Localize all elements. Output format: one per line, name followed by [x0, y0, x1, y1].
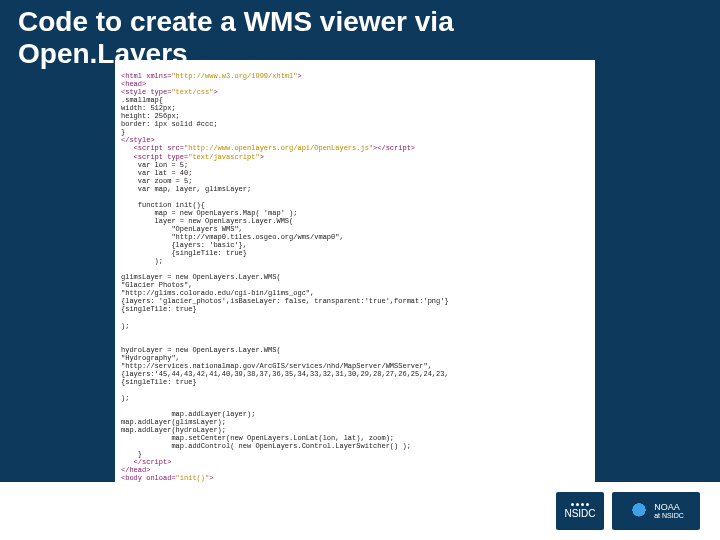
code-line: "http://glims.colorado.edu/cgi-bin/glims… — [121, 289, 314, 297]
code-line: "Glacier Photos", — [121, 281, 192, 289]
code-line: <script type= — [121, 153, 188, 161]
code-line: height: 256px; — [121, 112, 180, 120]
nsidc-logo: NSIDC — [556, 492, 604, 530]
code-line: map.addLayer(hydroLayer); — [121, 426, 226, 434]
code-line: {singleTile: true} — [121, 378, 197, 386]
code-line: {layers:'45,44,43,42,41,40,39,38,37,36,3… — [121, 370, 449, 378]
code-line: map.addLayer(layer); — [121, 410, 255, 418]
code-line: width: 512px; — [121, 104, 176, 112]
code-line: map.addLayer(glimsLayer); — [121, 418, 226, 426]
code-line: {singleTile: true} — [121, 305, 197, 313]
code-line: <head> — [121, 80, 146, 88]
code-line: function init(){ — [121, 201, 205, 209]
code-line: border: 1px solid #ccc; — [121, 120, 218, 128]
code-line: </head> — [121, 466, 150, 474]
code-line: "text/css" — [171, 88, 213, 96]
code-line: "http://www.w3.org/1999/xhtml" — [171, 72, 297, 80]
code-line: ></script> — [373, 144, 415, 152]
code-line: map = new OpenLayers.Map( 'map' ); — [121, 209, 297, 217]
code-line: hydroLayer = new OpenLayers.Layer.WMS( — [121, 346, 281, 354]
code-line: </script> — [121, 458, 171, 466]
noaa-globe-icon — [628, 500, 650, 522]
code-line: "OpenLayers WMS", — [121, 225, 243, 233]
noaa-logo-text-bottom: at NSIDC — [654, 512, 684, 519]
code-line: ); — [121, 257, 163, 265]
code-line: > — [213, 88, 217, 96]
code-line: ); — [121, 322, 129, 330]
code-line: > — [297, 72, 301, 80]
code-line: } — [121, 128, 125, 136]
code-line: <script src= — [121, 144, 184, 152]
code-line: {singleTile: true} — [121, 249, 247, 257]
code-snippet: <html xmlns="http://www.w3.org/1999/xhtm… — [115, 60, 595, 521]
code-line: map.setCenter(new OpenLayers.LonLat(lon,… — [121, 434, 394, 442]
code-line: var lat = 40; — [121, 169, 192, 177]
noaa-logo-text-top: NOAA — [654, 503, 684, 512]
code-line: {layers: 'basic'}, — [121, 241, 247, 249]
code-line: "http://services.nationalmap.gov/ArcGIS/… — [121, 362, 432, 370]
code-line: .smallmap{ — [121, 96, 163, 104]
code-line: var map, layer, glimsLayer; — [121, 185, 251, 193]
noaa-logo: NOAA at NSIDC — [612, 492, 700, 530]
code-line: > — [260, 153, 264, 161]
code-line: map.addControl( new OpenLayers.Control.L… — [121, 442, 411, 450]
code-line: "text/javascript" — [188, 153, 259, 161]
code-line: <html xmlns= — [121, 72, 171, 80]
code-line: layer = new OpenLayers.Layer.WMS( — [121, 217, 293, 225]
code-line: "http://vmap0.tiles.osgeo.org/wms/vmap0"… — [121, 233, 344, 241]
code-line: var zoom = 5; — [121, 177, 192, 185]
code-line: "http://www.openlayers.org/api/OpenLayer… — [184, 144, 373, 152]
code-line: ); — [121, 394, 129, 402]
code-line: <style type= — [121, 88, 171, 96]
code-line: glimsLayer = new OpenLayers.Layer.WMS( — [121, 273, 281, 281]
code-line: } — [121, 450, 142, 458]
code-line: {layers: 'glacier_photos',isBaseLayer: f… — [121, 297, 449, 305]
nsidc-logo-text: NSIDC — [564, 508, 595, 519]
code-line: </style> — [121, 136, 155, 144]
title-line-1: Code to create a WMS viewer via — [18, 6, 454, 37]
code-line: var lon = 5; — [121, 161, 188, 169]
code-line: "Hydrography", — [121, 354, 180, 362]
